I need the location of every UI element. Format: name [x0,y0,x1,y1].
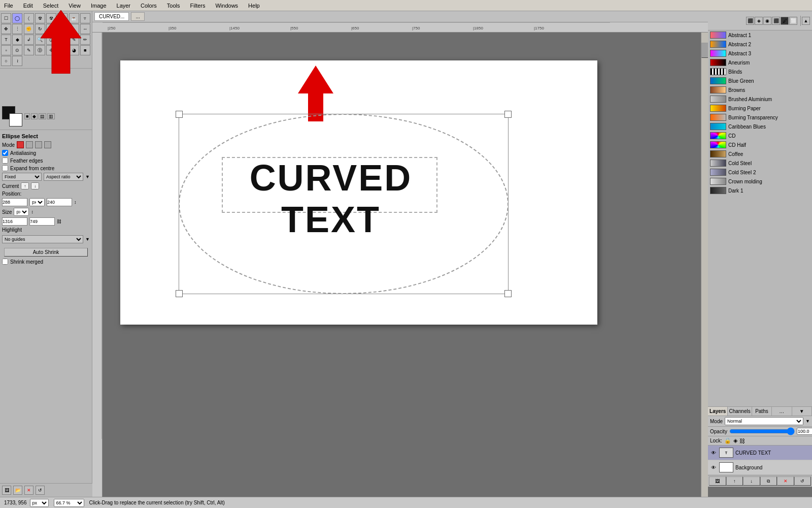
size-unit-select[interactable]: px [14,208,29,216]
gradient-item-9[interactable]: Burning Transparency [708,113,812,122]
gradient-item-10[interactable]: Caribbean Blues [708,122,812,131]
gradient-item-15[interactable]: Cold Steel 2 [708,168,812,177]
mode-intersect-icon[interactable] [44,141,51,148]
right-tool-4[interactable]: ⬛ [772,17,780,25]
tab-channels[interactable]: Channels [728,407,752,416]
right-scroll-up[interactable]: ▲ [802,17,810,25]
size-chain[interactable]: ⛓ [57,219,61,224]
gradient-item-4[interactable]: Blinds [708,67,812,76]
zoom-select[interactable]: 66.7 % 100 % 50 % [54,499,84,507]
current-up[interactable] [21,182,29,189]
canvas-area[interactable]: CURVED TEXT [103,33,708,508]
handle-tl[interactable] [176,111,183,118]
layer-eye-curved[interactable]: 👁 [710,449,717,456]
position-arrow[interactable]: ↕ [74,200,77,205]
tab-curved[interactable]: CURVED... [94,12,129,21]
prefs-button[interactable]: ↺ [36,486,45,495]
antialiasing-checkbox[interactable] [2,150,8,156]
guides-select[interactable]: No guides Rule of thirds [2,235,83,243]
size-h-input[interactable] [29,217,55,226]
gradient-item-16[interactable]: Crown molding [708,177,812,186]
layer-opacity-slider[interactable] [729,428,795,434]
tab-options[interactable]: ▼ [792,407,812,416]
align-tool[interactable]: ⋮ [12,24,22,34]
fixed-select[interactable]: Fixed Free [2,173,42,181]
unit-select[interactable]: px mm [30,499,49,507]
vscroll-thumb[interactable] [701,43,708,58]
auto-shrink-button[interactable]: Auto Shrink [4,248,88,257]
gradient-item-12[interactable]: CD Half [708,140,812,149]
layer-mode-select[interactable]: Normal Multiply Screen [725,417,803,425]
delete-button[interactable]: ✕ [24,486,33,495]
menu-tools[interactable]: Tools [165,2,182,10]
feather-checkbox[interactable] [2,157,8,164]
right-tool-6[interactable]: ⬜ [789,17,797,25]
lock-transparency-icon[interactable]: ◈ [733,437,737,444]
eraser-tool[interactable]: ▫ [1,45,11,55]
guides-arrow[interactable]: ▼ [85,237,90,242]
mode-add-icon[interactable] [26,141,33,148]
menu-file[interactable]: File [2,2,15,10]
layer-item-background[interactable]: 👁 Background [708,460,812,475]
canvas-vscroll[interactable] [701,33,708,508]
gradient-item-17[interactable]: Dark 1 [708,186,812,195]
aspect-select[interactable]: Aspect ratio [44,173,83,181]
dodge-burn-tool[interactable]: ○ [1,56,11,66]
menu-layer[interactable]: Layer [115,2,133,10]
color-mode-grayscale[interactable]: ■ [24,113,30,119]
tab-layers[interactable]: Layers [708,407,728,416]
gradient-item-1[interactable]: Abstract 2 [708,40,812,49]
layer-eye-bg[interactable]: 👁 [710,464,717,471]
mode-subtract-icon[interactable] [35,141,42,148]
gradient-item-13[interactable]: Coffee [708,149,812,158]
layer-delete-button[interactable]: ✕ [777,477,794,486]
handle-br[interactable] [504,290,512,297]
color-mode-pattern[interactable]: ▤ [39,113,46,119]
shrink-merged-checkbox[interactable] [2,259,8,265]
color-picker-tool[interactable]: ◆ [12,35,22,45]
layer-opacity-input[interactable] [797,428,812,435]
menu-colors[interactable]: Colors [139,2,159,10]
handle-tr[interactable] [504,111,512,118]
layer-new-button[interactable]: 🖼 [709,477,726,486]
right-tool-5[interactable]: 🖊 [781,17,789,25]
lock-chain-icon[interactable]: ⛓ [739,438,745,444]
position-x-input[interactable] [2,198,27,206]
gradient-item-0[interactable]: Abstract 1 [708,30,812,40]
layer-down-button[interactable]: ↓ [743,477,760,486]
move-tool[interactable]: ✥ [1,24,11,34]
gradient-item-6[interactable]: Browns [708,85,812,94]
tab-more[interactable]: … [772,407,792,416]
background-color[interactable] [9,113,22,126]
open-image-button[interactable]: 📂 [13,486,22,495]
gradient-item-3[interactable]: Aneurism [708,58,812,67]
airbrush-tool[interactable]: ⊙ [12,45,22,55]
position-unit-select[interactable]: px [29,198,45,206]
right-tool-1[interactable]: ⬛ [746,17,754,25]
gradient-item-14[interactable]: Cold Steel [708,158,812,168]
mode-replace-icon[interactable] [17,141,24,148]
mode-select-arrow[interactable]: ▼ [805,419,810,424]
expand-checkbox[interactable] [2,165,8,171]
tab-paths[interactable]: Paths [752,407,772,416]
layer-up-button[interactable]: ↑ [726,477,743,486]
tab-other[interactable]: ... [131,12,144,21]
color-mode-extra[interactable]: ▥ [47,113,55,119]
menu-filters[interactable]: Filters [188,2,208,10]
lock-position-icon[interactable]: 🔒 [724,437,731,444]
layer-refresh-button[interactable]: ↺ [794,477,811,486]
right-tool-3[interactable]: ◉ [763,17,771,25]
color-mode-black[interactable]: ◆ [31,113,38,119]
menu-windows[interactable]: Windows [213,2,240,10]
menu-image[interactable]: Image [89,2,109,10]
current-down[interactable] [31,182,39,189]
aspect-arrow[interactable]: ▼ [85,174,90,179]
warp-transform-tool[interactable]: ≀ [12,56,22,66]
handle-bl[interactable] [176,290,183,297]
gradient-item-7[interactable]: Brushed Aluminium [708,94,812,104]
position-y-input[interactable] [47,198,72,206]
menu-help[interactable]: Help [246,2,262,10]
size-w-input[interactable] [2,217,27,226]
text-tool[interactable]: T [1,35,11,45]
ellipse-select-tool[interactable]: ◯ [12,13,22,23]
